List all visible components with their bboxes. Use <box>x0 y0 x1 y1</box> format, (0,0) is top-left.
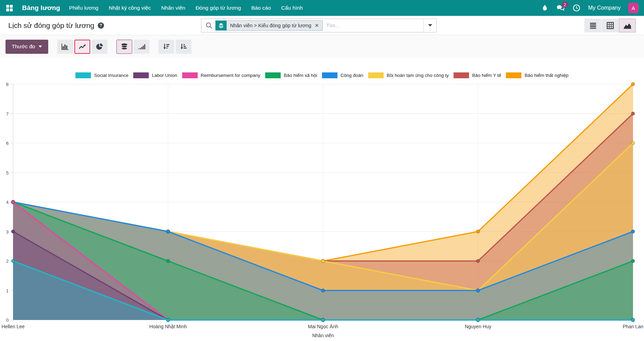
legend-label: Reimbursement for company <box>201 73 260 78</box>
sort-amount-asc-icon <box>179 43 188 50</box>
messages-badge: 2 <box>562 1 568 8</box>
chart-point[interactable] <box>321 318 325 322</box>
search-icon <box>201 22 215 29</box>
chart-point[interactable] <box>11 200 15 204</box>
chart-point[interactable] <box>476 230 480 233</box>
x-category-label: Phan Lan <box>623 324 643 329</box>
x-category-label: Hoàng Nhật Minh <box>149 324 187 329</box>
chart-point[interactable] <box>321 289 325 292</box>
chart-point[interactable] <box>631 230 635 233</box>
messages-icon[interactable]: 2 <box>557 4 565 12</box>
chevron-down-icon <box>428 24 432 27</box>
graph-view-button[interactable] <box>619 19 636 32</box>
legend-item-6[interactable]: Bảo hiểm Y tế <box>454 72 501 78</box>
chart-point[interactable] <box>631 259 635 263</box>
chart-point[interactable] <box>631 112 635 116</box>
legend-label: Bồi hoàn tạm ứng cho công ty <box>387 73 449 78</box>
search-input[interactable] <box>323 22 423 28</box>
stacked-button[interactable] <box>116 40 132 54</box>
sort-asc-button[interactable] <box>176 40 191 54</box>
legend-swatch <box>133 72 149 78</box>
legend-label: Bảo hiểm thất nghiệp <box>524 73 569 78</box>
sort-desc-button[interactable] <box>158 40 174 54</box>
company-switcher[interactable]: My Company <box>588 5 621 11</box>
groupby-facet[interactable]: Nhân viên > Kiểu đóng góp từ lương ✕ <box>215 20 323 31</box>
measures-button[interactable]: Thước đo <box>6 40 48 54</box>
chart-point[interactable] <box>476 259 480 263</box>
search-box: Nhân viên > Kiểu đóng góp từ lương ✕ <box>201 19 437 32</box>
chart-legend: Social InsuranceLabor UnionReimbursement… <box>0 72 644 79</box>
y-tick-label: 2 <box>6 259 9 264</box>
legend-label: Bảo hiểm Y tế <box>472 73 501 78</box>
menu-item-employees[interactable]: Nhân viên <box>161 5 185 11</box>
top-navbar: Bảng lương Phiếu lương Nhật ký công việc… <box>0 0 644 16</box>
x-category-label: Nguyen Huy <box>465 324 491 329</box>
line-chart-icon <box>78 43 86 50</box>
legend-label: Công đoàn <box>341 73 363 78</box>
stacked-icon <box>120 43 128 50</box>
main-menu: Phiếu lương Nhật ký công việc Nhân viên … <box>69 5 303 11</box>
chart-zone: Social InsuranceLabor UnionReimbursement… <box>0 72 644 341</box>
legend-item-4[interactable]: Công đoàn <box>322 72 363 78</box>
legend-swatch <box>322 72 337 78</box>
chart-point[interactable] <box>631 82 635 86</box>
activity-droplet-icon[interactable] <box>541 4 549 12</box>
legend-item-3[interactable]: Bảo hiểm xã hội <box>265 72 317 78</box>
clock-icon[interactable] <box>572 4 581 12</box>
menu-item-settings[interactable]: Cấu hình <box>281 5 303 11</box>
legend-swatch <box>182 72 198 78</box>
bar-chart-button[interactable] <box>57 40 73 54</box>
menu-item-reports[interactable]: Báo cáo <box>251 5 271 11</box>
legend-label: Labor Union <box>152 73 177 78</box>
menu-item-worklog[interactable]: Nhật ký công việc <box>109 5 151 11</box>
facet-close-icon[interactable]: ✕ <box>315 22 319 29</box>
graph-toolbar: Thước đo <box>0 35 644 58</box>
page-title: Lịch sử đóng góp từ lương <box>8 21 94 30</box>
list-view-button[interactable] <box>584 19 601 32</box>
help-icon[interactable]: ? <box>98 22 104 29</box>
legend-item-7[interactable]: Bảo hiểm thất nghiệp <box>506 72 569 78</box>
chart-point[interactable] <box>321 259 325 263</box>
chart-point[interactable] <box>476 289 480 292</box>
y-tick-label: 1 <box>6 288 9 293</box>
chart-canvas[interactable]: 012345678Hellen LeeHoàng Nhật MinhMai Ng… <box>0 79 644 341</box>
legend-item-5[interactable]: Bồi hoàn tạm ứng cho công ty <box>368 72 449 78</box>
legend-item-1[interactable]: Labor Union <box>133 72 177 78</box>
chart-point[interactable] <box>11 230 15 233</box>
chart-point[interactable] <box>631 318 635 322</box>
chart-point[interactable] <box>166 318 170 322</box>
apps-grid-icon[interactable] <box>6 4 13 12</box>
caret-down-icon <box>39 46 42 48</box>
legend-item-0[interactable]: Social Insurance <box>75 72 128 78</box>
menu-item-contributions[interactable]: Đóng góp từ lương <box>196 5 241 11</box>
pie-chart-button[interactable] <box>92 40 107 54</box>
legend-label: Bảo hiểm xã hội <box>284 73 317 78</box>
search-dropdown-toggle[interactable] <box>423 19 436 32</box>
pie-chart-icon <box>96 43 103 50</box>
app-brand[interactable]: Bảng lương <box>22 4 60 12</box>
bar-chart-icon <box>61 43 69 50</box>
y-tick-label: 4 <box>6 200 9 205</box>
chart-point[interactable] <box>166 230 170 233</box>
view-switcher <box>584 19 636 32</box>
pivot-view-button[interactable] <box>602 19 619 32</box>
menu-item-payslips[interactable]: Phiếu lương <box>69 5 98 11</box>
chart-point[interactable] <box>476 318 480 322</box>
y-tick-label: 0 <box>6 318 9 323</box>
layers-icon <box>216 21 227 30</box>
cumulative-button[interactable] <box>134 40 149 54</box>
y-tick-label: 6 <box>6 141 9 146</box>
x-axis-title: Nhân viên <box>312 333 334 338</box>
y-tick-label: 7 <box>6 111 9 117</box>
line-chart-button[interactable] <box>74 40 90 54</box>
chart-point[interactable] <box>631 141 635 145</box>
chart-point[interactable] <box>166 259 170 263</box>
legend-label: Social Insurance <box>94 73 128 78</box>
facet-label: Nhân viên > Kiểu đóng góp từ lương <box>230 23 311 28</box>
legend-item-2[interactable]: Reimbursement for company <box>182 72 260 78</box>
y-tick-label: 8 <box>6 82 9 87</box>
user-avatar[interactable]: A <box>628 3 638 13</box>
legend-swatch <box>265 72 281 78</box>
cumulative-icon <box>137 43 146 50</box>
chart-point[interactable] <box>11 259 15 263</box>
